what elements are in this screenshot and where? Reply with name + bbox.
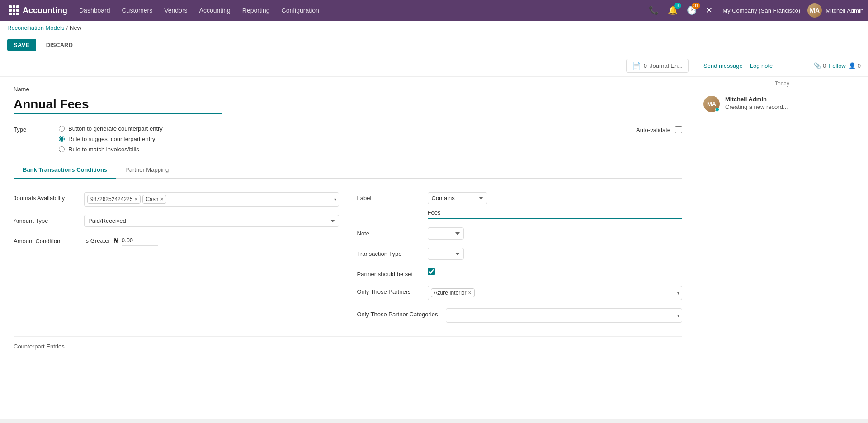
type-options: Button to generate counterpart entry Rul… <box>59 125 163 153</box>
close-icon: ✕ <box>706 5 712 15</box>
type-option-rule-match-label: Rule to match invoices/bills <box>68 146 139 153</box>
journals-tags-wrapper: 98726252424225 × Cash × ▾ <box>84 192 339 207</box>
type-section: Type Button to generate counterpart entr… <box>14 125 682 153</box>
avatar-online-dot <box>715 108 719 112</box>
note-select[interactable]: Contains Is <box>428 227 464 240</box>
nav-reporting[interactable]: Reporting <box>237 3 275 18</box>
name-input[interactable] <box>14 95 222 114</box>
autovalidate-checkbox[interactable] <box>675 126 682 133</box>
label-contains-select[interactable]: Contains Is Does not contain <box>428 192 487 204</box>
label-field-value: Contains Is Does not contain <box>428 192 683 219</box>
only-partners-tags-container[interactable]: Azure Interior × <box>428 286 683 300</box>
chatter-divider: Today <box>696 77 868 90</box>
journals-availability-row: Journals Availability 98726252424225 × <box>14 192 339 207</box>
phone-icon-btn[interactable]: 📞 <box>646 4 661 17</box>
counterpart-section: Counterpart Entries <box>14 336 682 350</box>
grid-icon <box>9 5 19 15</box>
main-layout: 📄 0 Journal En... Name Type Button <box>0 55 868 419</box>
tab-partner-mapping[interactable]: Partner Mapping <box>116 162 178 179</box>
journal-icon: 📄 <box>632 61 641 70</box>
amount-condition-symbol: ₦ <box>114 237 118 244</box>
type-option-rule-match[interactable]: Rule to match invoices/bills <box>59 146 163 153</box>
tab-bank-transactions[interactable]: Bank Transactions Conditions <box>14 162 116 179</box>
log-note-btn[interactable]: Log note <box>750 61 773 71</box>
nav-accounting[interactable]: Accounting <box>194 3 236 18</box>
top-navigation: Accounting Dashboard Customers Vendors A… <box>0 0 868 21</box>
transaction-type-row: Transaction Type <box>357 248 683 260</box>
journal-tag-2-remove[interactable]: × <box>160 197 163 202</box>
type-label: Type <box>14 125 41 133</box>
followers-count-item: 👤 0 <box>849 62 861 69</box>
journal-tag-1-remove[interactable]: × <box>134 197 137 202</box>
amount-condition-label: Amount Condition <box>14 235 77 244</box>
messages-count: 0 <box>823 62 826 69</box>
paperclip-icon: 📎 <box>814 62 821 69</box>
journal-entries-btn[interactable]: 📄 0 Journal En... <box>626 59 689 73</box>
partner-categories-tags-container[interactable] <box>446 308 683 323</box>
partner-categories-label: Only Those Partner Categories <box>357 308 439 318</box>
nav-customers[interactable]: Customers <box>117 3 158 18</box>
notifications-badge: 8 <box>674 3 681 9</box>
journals-tags-container[interactable]: 98726252424225 × Cash × <box>84 192 339 207</box>
close-icon-btn[interactable]: ✕ <box>703 4 715 17</box>
journal-tag-2[interactable]: Cash × <box>142 195 166 204</box>
user-name[interactable]: Mitchell Admin <box>826 7 863 14</box>
app-brand[interactable]: Accounting <box>5 5 72 15</box>
followers-count: 0 <box>858 62 861 69</box>
nav-vendors[interactable]: Vendors <box>159 3 193 18</box>
type-radio-button[interactable] <box>59 126 65 132</box>
chatter-header: Send message Log note 📎 0 Follow 👤 0 <box>696 55 868 77</box>
discard-button[interactable]: DISCARD <box>40 39 79 51</box>
breadcrumb-current: New <box>70 24 81 31</box>
partner-tag-1[interactable]: Azure Interior × <box>431 288 475 297</box>
only-partners-value: Azure Interior × ▾ <box>428 286 683 300</box>
partner-set-value <box>428 268 683 277</box>
amount-type-value: Paid/Received All Credit Only Debit Only <box>84 215 339 227</box>
type-option-button-label: Button to generate counterpart entry <box>68 125 163 132</box>
activities-badge: 31 <box>692 3 700 9</box>
type-radio-rule-suggest[interactable] <box>59 136 65 142</box>
breadcrumb-parent[interactable]: Reconciliation Models <box>7 24 64 31</box>
amount-condition-prefix: Is Greater <box>84 237 110 244</box>
name-field-group: Name <box>14 86 682 125</box>
amount-condition-input[interactable] <box>122 235 158 246</box>
amount-type-label: Amount Type <box>14 215 77 224</box>
person-icon: 👤 <box>849 62 856 69</box>
label-input[interactable] <box>428 207 683 219</box>
journal-tag-1[interactable]: 98726252424225 × <box>87 195 141 204</box>
amount-type-select[interactable]: Paid/Received All Credit Only Debit Only <box>84 215 339 227</box>
nav-dashboard[interactable]: Dashboard <box>74 3 116 18</box>
save-button[interactable]: SAVE <box>7 39 36 51</box>
partner-tag-1-remove[interactable]: × <box>468 290 472 296</box>
transaction-type-label: Transaction Type <box>357 248 420 257</box>
nav-menu: Dashboard Customers Vendors Accounting R… <box>74 3 644 18</box>
notifications-btn[interactable]: 🔔 8 <box>665 4 680 17</box>
tab-left-column: Journals Availability 98726252424225 × <box>14 192 339 323</box>
follow-btn[interactable]: Follow <box>829 62 846 69</box>
chatter-msg-text: Creating a new record... <box>725 103 861 110</box>
chatter-message: MA Mitchell Admin Creating a new record.… <box>696 90 868 118</box>
type-radio-rule-match[interactable] <box>59 146 65 152</box>
note-row: Note Contains Is <box>357 227 683 240</box>
journals-value: 98726252424225 × Cash × ▾ <box>84 192 339 207</box>
avatar[interactable]: MA <box>807 3 822 18</box>
amount-type-row: Amount Type Paid/Received All Credit Onl… <box>14 215 339 227</box>
chatter-actions: 📎 0 Follow 👤 0 <box>814 62 861 69</box>
phone-icon: 📞 <box>649 5 659 15</box>
topnav-right: 📞 🔔 8 🕐 31 ✕ My Company (San Francisco) … <box>646 3 863 18</box>
type-option-rule-suggest-label: Rule to suggest counterpart entry <box>68 136 155 142</box>
nav-configuration[interactable]: Configuration <box>276 3 325 18</box>
partner-set-checkbox[interactable] <box>428 268 435 275</box>
type-option-rule-suggest[interactable]: Rule to suggest counterpart entry <box>59 136 163 142</box>
send-message-btn[interactable]: Send message <box>703 61 743 71</box>
activities-btn[interactable]: 🕐 31 <box>684 4 699 17</box>
brand-name: Accounting <box>23 6 67 15</box>
partner-set-label: Partner should be set <box>357 268 420 277</box>
journal-bar: 📄 0 Journal En... <box>0 55 696 77</box>
paperclip-icon-item: 📎 0 <box>814 62 826 69</box>
only-partners-tags-wrapper: Azure Interior × ▾ <box>428 286 683 300</box>
type-option-button[interactable]: Button to generate counterpart entry <box>59 125 163 132</box>
partner-categories-value: ▾ <box>446 308 683 323</box>
transaction-type-select[interactable] <box>428 248 464 260</box>
amount-condition-input-row: Is Greater ₦ <box>84 235 339 246</box>
